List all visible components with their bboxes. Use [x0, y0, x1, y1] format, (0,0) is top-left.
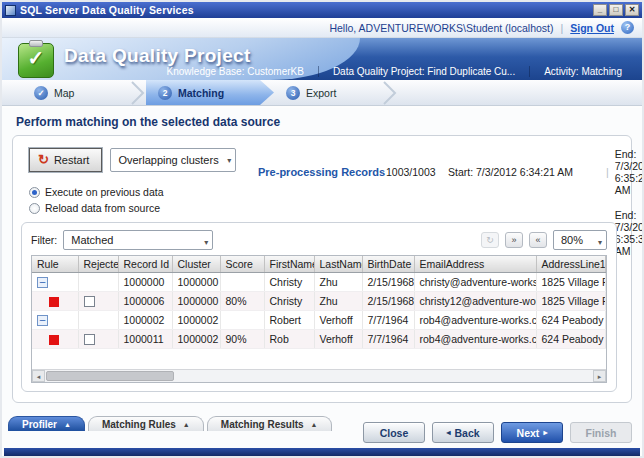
banner-info: Knowledge Base: CustomerKB Data Quality …: [153, 66, 636, 77]
col-addressline1[interactable]: AddressLine1: [536, 256, 606, 273]
cell-address: 1825 Village Pl.: [536, 273, 606, 292]
step-map-check-icon: ✓: [34, 86, 48, 100]
section-heading: Perform matching on the selected data so…: [16, 115, 642, 129]
next-arrow-icon: ▸: [543, 428, 547, 437]
rule-marker-icon: [49, 335, 59, 345]
next-cluster-icon[interactable]: »: [505, 232, 523, 248]
chevron-down-icon: ▾: [227, 156, 231, 165]
radio-reload-source[interactable]: Reload data from source: [29, 202, 244, 214]
cell-record-id: 1000002: [118, 311, 172, 330]
content-area: Perform matching on the selected data so…: [2, 108, 642, 416]
sign-out-link[interactable]: Sign Out: [570, 22, 614, 34]
cell-firstname: Robert: [264, 311, 314, 330]
cell-lastname: Verhoff: [314, 311, 362, 330]
col-record-id[interactable]: Record Id: [118, 256, 172, 273]
filter-row: Filter: Matched ▾ ↻ » « 80% ▾: [31, 228, 607, 252]
step-matching[interactable]: 2 Matching: [146, 80, 274, 105]
minimize-icon[interactable]: _: [593, 4, 607, 16]
tab-profiler[interactable]: Profiler ▲: [8, 416, 85, 431]
clusters-dropdown[interactable]: Overlapping clusters ▾: [110, 148, 236, 172]
greeting-text: Hello, ADVENTUREWORKS\Student (localhost…: [329, 22, 553, 34]
cell-address: 624 Peabody Road: [536, 330, 606, 349]
preprocessing-row: Pre-processing Records 1003/1003 Start: …: [258, 148, 644, 196]
step-matching-number-icon: 2: [158, 86, 172, 100]
step-map[interactable]: ✓ Map: [22, 80, 130, 105]
zoom-dropdown[interactable]: 80% ▾: [553, 230, 607, 250]
activity-label: Activity: Matching: [529, 66, 636, 77]
scrollbar-thumb[interactable]: [46, 371, 174, 381]
step-export-number-icon: 3: [286, 86, 300, 100]
close-icon[interactable]: ✕: [625, 4, 639, 16]
zoom-dropdown-value: 80%: [561, 234, 583, 246]
col-birthdate[interactable]: BirthDate: [362, 256, 414, 273]
cell-lastname: Zhu: [314, 292, 362, 311]
preprocessing-end: End: 7/3/2012 6:35:25 AM: [615, 148, 644, 196]
finish-button[interactable]: Finish: [570, 422, 632, 443]
cell-address: 1825 Village Pl.: [536, 292, 606, 311]
preprocessing-start: Start: 7/3/2012 6:34:21 AM: [448, 166, 600, 178]
matching-panel: ↻ Restart Overlapping clusters ▾ Execute…: [12, 135, 632, 403]
cell-address: 624 Peabody Road: [536, 311, 606, 330]
cell-cluster: 1000002: [172, 311, 220, 330]
cluster-collapse-icon[interactable]: –: [37, 315, 48, 326]
cluster-collapse-icon[interactable]: –: [37, 277, 48, 288]
greeting-bar: Hello, ADVENTUREWORKS\Student (localhost…: [2, 18, 642, 38]
maximize-icon[interactable]: □: [609, 4, 623, 16]
col-cluster[interactable]: Cluster: [172, 256, 220, 273]
table-header-row: Rule Rejected Record Id Cluster Score Fi…: [32, 256, 606, 273]
refresh-icon: ↻: [481, 232, 499, 248]
col-rejected[interactable]: Rejected: [78, 256, 118, 273]
table-row[interactable]: 1000011 1000002 90% Rob Verhoff 7/7/1964…: [32, 330, 606, 349]
rejected-checkbox[interactable]: [84, 334, 95, 345]
filter-dropdown[interactable]: Matched ▾: [63, 230, 213, 250]
back-button[interactable]: ◂ Back: [432, 422, 494, 443]
results-table: Rule Rejected Record Id Cluster Score Fi…: [32, 256, 606, 349]
col-rule[interactable]: Rule: [32, 256, 78, 273]
cell-record-id: 1000006: [118, 292, 172, 311]
close-button[interactable]: Close: [363, 422, 425, 443]
cell-score: 80%: [220, 292, 264, 311]
cell-firstname: Rob: [264, 330, 314, 349]
help-icon[interactable]: ?: [621, 21, 634, 34]
cell-score: 90%: [220, 330, 264, 349]
tab-matching-rules[interactable]: Matching Rules ▲: [88, 416, 204, 431]
col-emailaddress[interactable]: EmailAddress: [414, 256, 536, 273]
cell-email: rob4@adventure-works.com: [414, 311, 536, 330]
radio-reload-label: Reload data from source: [45, 202, 160, 214]
results-grid-panel: Filter: Matched ▾ ↻ » « 80% ▾: [21, 222, 617, 392]
col-firstname[interactable]: FirstName: [264, 256, 314, 273]
table-row[interactable]: – 1000000 1000000 Christy Zhu 2/15/1968 …: [32, 273, 606, 292]
step-export-label: Export: [306, 87, 336, 99]
scroll-right-icon[interactable]: ▸: [593, 370, 606, 382]
rejected-checkbox[interactable]: [84, 296, 95, 307]
col-lastname[interactable]: LastName: [314, 256, 362, 273]
project-label: Data Quality Project: Find Duplicate Cu.…: [318, 66, 529, 77]
scroll-left-icon[interactable]: ◂: [32, 370, 45, 382]
bottom-tabs: Profiler ▲ Matching Rules ▲ Matching Res…: [8, 416, 332, 431]
cell-score: [220, 311, 264, 330]
next-button[interactable]: Next ▸: [501, 422, 563, 443]
table-row[interactable]: 1000006 1000000 80% Christy Zhu 2/15/196…: [32, 292, 606, 311]
cell-record-id: 1000011: [118, 330, 172, 349]
cell-birthdate: 7/7/1964: [362, 311, 414, 330]
prev-cluster-icon[interactable]: «: [529, 232, 547, 248]
step-export[interactable]: 3 Export: [274, 80, 382, 105]
radio-unselected-icon: [29, 203, 40, 214]
col-score[interactable]: Score: [220, 256, 264, 273]
chevron-up-icon: ▲: [64, 421, 71, 428]
table-row[interactable]: – 1000002 1000002 Robert Verhoff 7/7/196…: [32, 311, 606, 330]
results-table-wrapper: Rule Rejected Record Id Cluster Score Fi…: [31, 255, 607, 383]
tab-matching-results[interactable]: Matching Results ▲: [207, 416, 332, 431]
restart-button[interactable]: ↻ Restart: [29, 148, 102, 172]
bottom-bar: Profiler ▲ Matching Rules ▲ Matching Res…: [2, 416, 642, 448]
clipboard-check-icon: ✓: [18, 40, 54, 78]
horizontal-scrollbar[interactable]: ◂ ▸: [32, 369, 606, 382]
chevron-down-icon: ▾: [204, 238, 208, 247]
chevron-up-icon: ▲: [311, 421, 318, 428]
footer-buttons: Close ◂ Back Next ▸ Finish: [363, 422, 632, 443]
chevron-up-icon: ▲: [183, 421, 190, 428]
radio-execute-previous[interactable]: Execute on previous data: [29, 186, 244, 198]
dqs-window: SQL Server Data Quality Services _ □ ✕ H…: [0, 0, 644, 458]
cell-cluster: 1000000: [172, 273, 220, 292]
knowledge-base-label: Knowledge Base: CustomerKB: [153, 66, 318, 77]
